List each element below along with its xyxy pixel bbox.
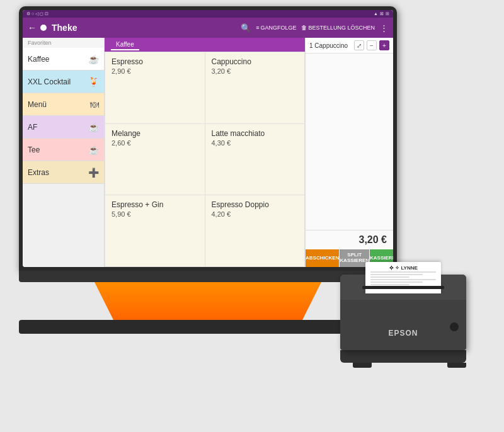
header-dot: [40, 25, 47, 31]
printer-brand-text: EPSON: [388, 329, 418, 338]
back-button[interactable]: ←: [28, 23, 37, 33]
af-icon: ☕: [88, 122, 99, 132]
order-items-area: [306, 54, 393, 230]
order-panel: 1 Cappuccino ⤢ − + 3,20 € ABSCHICKEN: [305, 38, 393, 267]
tee-label: Tee: [28, 145, 40, 154]
menu-item-espresso-doppio[interactable]: Espresso Doppio 4,20 €: [205, 195, 305, 266]
app-header: ← Theke 🔍 ≡ GANGFOLGE 🗑 BESTELLUNG LÖSCH…: [23, 18, 393, 38]
bestellung-label: BESTELLUNG LÖSCHEN: [308, 25, 375, 31]
printer-top: ✧ ✧ LYNNE: [340, 275, 466, 300]
monitor: ⚙ ○ ◁ ◻ ⊡ ▲ ⊠ ⊞ ← Theke 🔍 ≡ GANGFOLGE: [19, 6, 410, 315]
order-header: 1 Cappuccino ⤢ − +: [306, 38, 393, 54]
menu-icon: 🍽: [90, 99, 99, 110]
printer-slot: [362, 286, 444, 289]
plus-button[interactable]: +: [379, 40, 389, 50]
status-right: ▲ ⊠ ⊞: [374, 11, 389, 16]
header-actions: 🔍 ≡ GANGFOLGE 🗑 BESTELLUNG LÖSCHEN ⋮: [241, 23, 388, 33]
sidebar-item-tee[interactable]: Tee ☕: [23, 139, 104, 161]
printer-power-button[interactable]: [450, 322, 459, 331]
extras-icon: ➕: [88, 168, 99, 178]
paper-line-3: [370, 276, 410, 278]
printer-foot-right: [447, 363, 466, 368]
tee-icon: ☕: [88, 145, 99, 155]
current-order-item: 1 Cappuccino: [309, 42, 348, 49]
melange-price: 2,60 €: [112, 139, 198, 147]
printer-lower: EPSON: [340, 300, 466, 350]
sidebar-item-xxl-cocktail[interactable]: XXL Cocktail 🍹: [23, 71, 104, 93]
status-icon-2: ⊠: [380, 11, 384, 16]
paper-line-1: [370, 271, 436, 273]
order-controls: ⤢ − +: [354, 40, 389, 50]
page-title: Theke: [52, 23, 241, 33]
bestellung-button[interactable]: 🗑 BESTELLUNG LÖSCHEN: [301, 25, 375, 31]
xxl-cocktail-label: XXL Cocktail: [28, 77, 71, 86]
gangfolge-label: GANGFOLGE: [260, 25, 296, 31]
espresso-doppio-name: Espresso Doppio: [212, 200, 299, 209]
sidebar-item-extras[interactable]: Extras ➕: [23, 161, 104, 184]
latte-name: Latte macchiato: [212, 129, 299, 138]
order-total: 3,20 €: [359, 234, 387, 245]
gangfolge-button[interactable]: ≡ GANGFOLGE: [256, 25, 296, 31]
espresso-gin-name: Espresso + Gin: [112, 200, 198, 209]
paper-line-4: [370, 279, 436, 280]
lynne-brand-text: ✧ LYNNE: [395, 265, 418, 271]
sidebar-item-af[interactable]: AF ☕: [23, 116, 104, 139]
sidebar-item-kaffee[interactable]: Kaffee ☕: [23, 48, 104, 71]
abschicken-button[interactable]: ABSCHICKEN: [306, 249, 339, 267]
sidebar-item-menu[interactable]: Menü 🍽: [23, 93, 104, 116]
status-bar: ⚙ ○ ◁ ◻ ⊡ ▲ ⊠ ⊞: [23, 10, 393, 18]
espresso-gin-price: 5,90 €: [112, 210, 198, 218]
lynne-star-icon: ✧: [389, 264, 394, 271]
paper-line-5: [370, 281, 423, 283]
paper-line-6: [370, 284, 410, 285]
status-left: ⚙ ○ ◁ ◻ ⊡: [26, 11, 49, 16]
status-icon-3: ⊞: [386, 11, 389, 16]
main-content: Favoriten Kaffee ☕ XXL Cocktail 🍹 Menü 🍽: [23, 38, 393, 267]
extras-label: Extras: [28, 168, 49, 177]
menu-item-espresso[interactable]: Espresso 2,90 €: [105, 52, 205, 123]
menu-area: Kaffee Espresso 2,90 € Cappuccino 3,20 €: [105, 38, 305, 267]
menu-items-grid: Espresso 2,90 € Cappuccino 3,20 € Melang…: [105, 52, 305, 267]
printer-foot-left: [353, 363, 372, 368]
menu-tab-bar: Kaffee: [105, 38, 305, 52]
sidebar: Favoriten Kaffee ☕ XXL Cocktail 🍹 Menü 🍽: [23, 38, 105, 267]
printer-feet: [340, 363, 479, 368]
menu-label: Menü: [28, 100, 47, 109]
monitor-bezel: ⚙ ○ ◁ ◻ ⊡ ▲ ⊠ ⊞ ← Theke 🔍 ≡ GANGFOLGE: [19, 6, 397, 271]
order-total-area: 3,20 €: [306, 230, 393, 249]
trash-icon: 🗑: [301, 25, 307, 31]
menu-item-melange[interactable]: Melange 2,60 €: [105, 124, 205, 195]
monitor-screen: ⚙ ○ ◁ ◻ ⊡ ▲ ⊠ ⊞ ← Theke 🔍 ≡ GANGFOLGE: [23, 10, 393, 267]
kaffee-tab[interactable]: Kaffee: [111, 40, 139, 50]
kaffee-icon: ☕: [88, 54, 99, 64]
espresso-doppio-price: 4,20 €: [212, 210, 299, 218]
menu-item-cappuccino[interactable]: Cappuccino 3,20 €: [205, 52, 305, 123]
expand-button[interactable]: ⤢: [354, 40, 364, 50]
printer-body: ✧ ✧ LYNNE EPSON: [340, 275, 466, 350]
espresso-name: Espresso: [112, 57, 198, 66]
af-label: AF: [28, 123, 37, 132]
overflow-menu-icon[interactable]: ⋮: [380, 23, 388, 33]
gangfolge-icon: ≡: [256, 25, 259, 31]
menu-item-latte[interactable]: Latte macchiato 4,30 €: [205, 124, 305, 195]
printer: ✧ ✧ LYNNE EPSON: [340, 275, 479, 382]
cocktail-icon: 🍹: [88, 77, 99, 87]
menu-item-espresso-gin[interactable]: Espresso + Gin 5,90 €: [105, 195, 205, 266]
sidebar-header: Favoriten: [23, 38, 104, 48]
kaffee-label: Kaffee: [28, 55, 49, 64]
minus-button[interactable]: −: [367, 40, 377, 50]
paper-line-2: [370, 274, 423, 275]
search-icon[interactable]: 🔍: [241, 23, 251, 33]
status-icon-1: ▲: [374, 11, 378, 16]
printer-logo: ✧ ✧ LYNNE: [389, 264, 418, 271]
printer-base: [340, 350, 466, 363]
espresso-price: 2,90 €: [112, 67, 198, 75]
latte-price: 4,30 €: [212, 139, 299, 147]
cappuccino-name: Cappuccino: [212, 57, 299, 66]
cappuccino-price: 3,20 €: [212, 67, 299, 75]
melange-name: Melange: [112, 129, 198, 138]
